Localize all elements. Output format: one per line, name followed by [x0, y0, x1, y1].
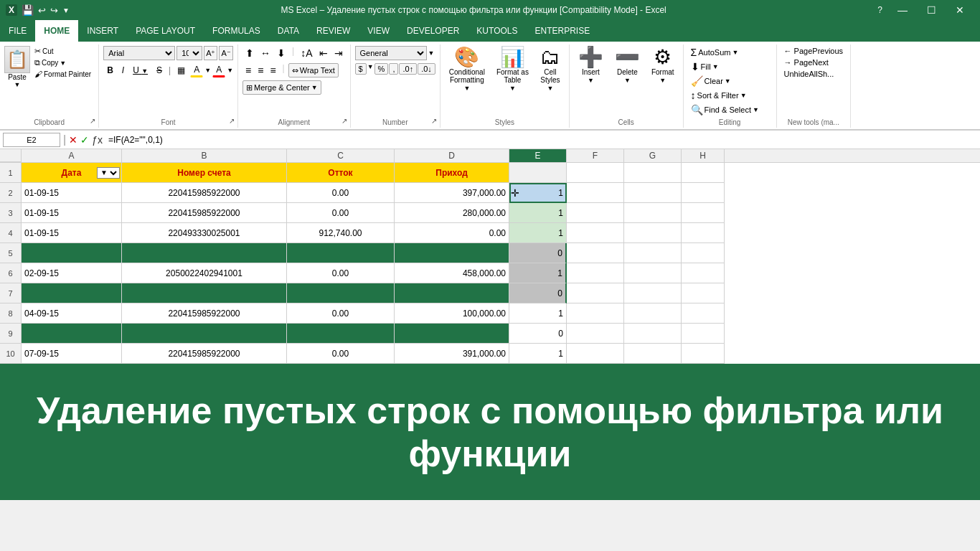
italic-button[interactable]: I [118, 64, 128, 77]
row-num-1[interactable]: 1 [0, 163, 21, 183]
format-painter-button[interactable]: 🖌Format Painter [32, 69, 94, 79]
align-center-button[interactable]: ≡ [255, 63, 266, 77]
cell-g4[interactable] [624, 223, 682, 243]
cell-f9[interactable] [567, 324, 624, 344]
insert-function-icon[interactable]: ƒx [92, 134, 103, 146]
tab-home[interactable]: HOME [35, 20, 78, 42]
cell-d10[interactable]: 391,000.00 [395, 344, 509, 364]
cell-f3[interactable] [567, 203, 624, 223]
cell-b2[interactable]: 220415985922000 [122, 183, 287, 203]
cell-b9[interactable] [122, 324, 287, 344]
formula-input[interactable] [105, 135, 977, 145]
cell-b4[interactable]: 220493330025001 [122, 223, 287, 243]
fill-color-button[interactable]: A [190, 63, 203, 77]
cell-d5[interactable] [395, 243, 509, 263]
cell-g6[interactable] [624, 263, 682, 283]
cell-g2[interactable] [624, 183, 682, 203]
cell-h4[interactable] [682, 223, 725, 243]
cell-c1[interactable]: Отток [287, 163, 395, 183]
strikethrough-button[interactable]: S [153, 64, 166, 77]
cell-h2[interactable] [682, 183, 725, 203]
col-header-g[interactable]: G [624, 149, 682, 162]
cell-styles-button[interactable]: 🗂 CellStyles ▼ [536, 46, 565, 93]
tab-page-layout[interactable]: PAGE LAYOUT [127, 20, 204, 42]
increase-decimal-button[interactable]: .0↑ [399, 63, 417, 75]
cell-h10[interactable] [682, 344, 725, 364]
accounting-format-button[interactable]: $ [355, 63, 367, 75]
cell-d9[interactable] [395, 324, 509, 344]
cell-a10[interactable]: 07-09-15 [22, 344, 122, 364]
tab-view[interactable]: VIEW [359, 20, 398, 42]
cell-c2[interactable]: 0.00 [287, 183, 395, 203]
cell-f7[interactable] [567, 283, 624, 303]
find-select-button[interactable]: 🔍Find & Select▼ [688, 103, 762, 116]
tab-kutools[interactable]: KUTOOLS [468, 20, 526, 42]
cell-a8[interactable]: 04-09-15 [22, 303, 122, 324]
quick-access-more[interactable]: ▼ [62, 6, 70, 14]
cell-e9[interactable]: 0 [509, 324, 567, 344]
confirm-formula-icon[interactable]: ✓ [80, 134, 89, 146]
col-header-f[interactable]: F [567, 149, 624, 162]
decrease-decimal-button[interactable]: .0↓ [418, 63, 435, 75]
row-num-8[interactable]: 8 [0, 303, 21, 324]
text-direction-button[interactable]: ↕A [298, 46, 315, 60]
col-header-d[interactable]: D [395, 149, 509, 162]
help-btn[interactable]: ? [877, 5, 882, 15]
row-num-5[interactable]: 5 [0, 243, 21, 263]
cell-c7[interactable] [287, 283, 395, 303]
number-format-select[interactable]: General [355, 46, 427, 60]
cell-a6[interactable]: 02-09-15 [22, 263, 122, 283]
tab-data[interactable]: DATA [269, 20, 308, 42]
col-header-h[interactable]: H [682, 149, 725, 162]
sort-filter-button[interactable]: ↕Sort & Filter▼ [688, 89, 750, 102]
delete-cells-button[interactable]: ➖ Delete ▼ [611, 46, 644, 85]
cell-f6[interactable] [567, 263, 624, 283]
row-num-3[interactable]: 3 [0, 203, 21, 223]
align-bottom-button[interactable]: ⬇ [274, 46, 288, 60]
cell-h8[interactable] [682, 303, 725, 324]
unhide-button[interactable]: UnhideAllSh... [781, 69, 837, 79]
insert-cells-button[interactable]: ➕ Insert ▼ [574, 46, 608, 85]
cell-f10[interactable] [567, 344, 624, 364]
cell-b1[interactable]: Номер счета [122, 163, 287, 183]
cell-e2[interactable]: ✛1 [509, 183, 567, 203]
align-left-button[interactable]: ≡ [242, 63, 254, 77]
align-top-button[interactable]: ⬆ [242, 46, 257, 60]
cell-f8[interactable] [567, 303, 624, 324]
clear-button[interactable]: 🧹Clear▼ [688, 75, 734, 88]
cell-b8[interactable]: 220415985922000 [122, 303, 287, 324]
paste-button[interactable]: 📋 Paste ▼ [4, 46, 30, 88]
tab-file[interactable]: FILE [0, 20, 35, 42]
cell-h3[interactable] [682, 203, 725, 223]
cell-d8[interactable]: 100,000.00 [395, 303, 509, 324]
cell-f2[interactable] [567, 183, 624, 203]
cell-e10[interactable]: 1 [509, 344, 567, 364]
minimize-btn[interactable]: — [888, 0, 917, 20]
row-num-10[interactable]: 10 [0, 344, 21, 364]
border-button[interactable]: ▦ [174, 64, 189, 77]
cell-a5[interactable] [22, 243, 122, 263]
indent-increase-button[interactable]: ⇥ [331, 46, 346, 60]
cell-d7[interactable] [395, 283, 509, 303]
cell-e7[interactable]: 0 [509, 283, 567, 303]
cell-g10[interactable] [624, 344, 682, 364]
cell-h5[interactable] [682, 243, 725, 263]
copy-button[interactable]: ⧉Copy▼ [32, 57, 94, 68]
cancel-formula-icon[interactable]: ✕ [69, 134, 77, 146]
quick-save[interactable]: 💾 [22, 4, 34, 16]
cell-b6[interactable]: 2050022402941001 [122, 263, 287, 283]
col-header-c[interactable]: C [287, 149, 395, 162]
decrease-font-size[interactable]: A⁻ [219, 46, 232, 60]
cell-c5[interactable] [287, 243, 395, 263]
cell-a7[interactable] [22, 283, 122, 303]
cell-d4[interactable]: 0.00 [395, 223, 509, 243]
row-num-7[interactable]: 7 [0, 283, 21, 303]
row-num-9[interactable]: 9 [0, 324, 21, 344]
cell-b3[interactable]: 220415985922000 [122, 203, 287, 223]
autosum-button[interactable]: ΣAutoSum▼ [688, 46, 742, 59]
cell-e1[interactable] [509, 163, 567, 183]
tab-review[interactable]: REVIEW [308, 20, 359, 42]
cell-c3[interactable]: 0.00 [287, 203, 395, 223]
merge-center-button[interactable]: ⊞Merge & Center▼ [242, 80, 321, 95]
cell-f1[interactable] [567, 163, 624, 183]
